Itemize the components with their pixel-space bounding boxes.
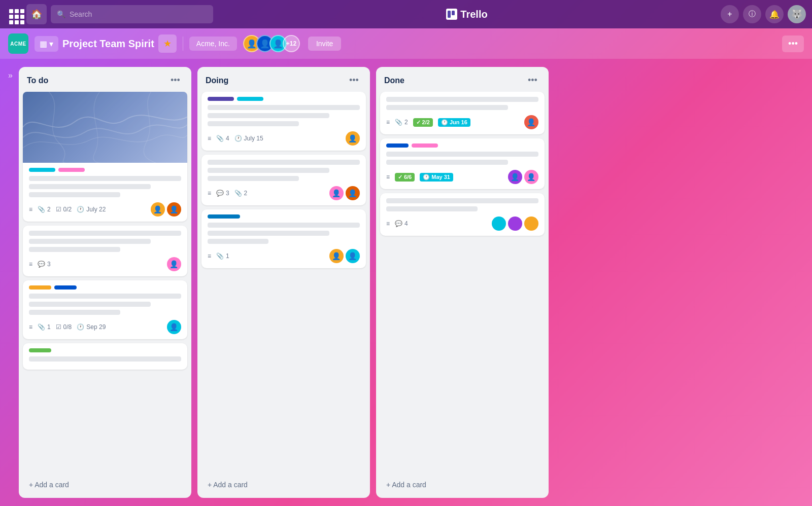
card-line: [29, 176, 181, 181]
search-bar[interactable]: 🔍 Search: [51, 5, 213, 23]
card-avatar: [492, 216, 506, 231]
tag-pink: [58, 168, 85, 172]
tag-pink: [412, 143, 438, 148]
card-todo-2[interactable]: ≡ 💬 3 👤: [23, 226, 187, 276]
card-line: [386, 97, 538, 102]
description-icon: ≡: [208, 190, 211, 197]
star-button[interactable]: ★: [158, 34, 177, 53]
card-avatar: 👤: [508, 170, 522, 184]
board-menu-button[interactable]: ▦ ▾: [35, 36, 58, 52]
column-todo-menu[interactable]: •••: [167, 74, 183, 87]
description-icon: ≡: [386, 119, 390, 126]
board-more-button[interactable]: •••: [782, 35, 804, 52]
checklist-icon: ☑: [56, 323, 61, 331]
workspace-button[interactable]: Acme, Inc.: [189, 37, 237, 51]
info-button[interactable]: ⓘ: [743, 5, 761, 23]
card-done-3-avatars: [492, 216, 538, 231]
add-card-button-done[interactable]: + Add a card: [380, 476, 545, 494]
attachment-number: 4: [226, 135, 229, 142]
attachments-count: 📎 2: [234, 190, 248, 197]
board-menu-icon: ▦: [40, 39, 47, 49]
card-todo-3[interactable]: ≡ 📎 1 ☑ 0/8 🕐 Sep 29 👤: [23, 280, 187, 339]
card-todo-2-meta: ≡ 💬 3 👤: [29, 257, 181, 271]
tag-cyan: [237, 97, 263, 101]
description-icon: ≡: [29, 261, 32, 268]
comment-icon: 💬: [395, 220, 402, 227]
card-todo-2-avatars: 👤: [167, 257, 181, 271]
column-done-body: ≡ 📎 2 ✓ 2/2 🕐 Jun 16 👤: [376, 92, 549, 474]
comments-count: 💬 3: [38, 261, 51, 268]
home-button[interactable]: 🏠: [26, 4, 47, 24]
column-doing-body: ≡ 📎 4 🕐 July 15 👤: [197, 92, 370, 474]
clock-icon: 🕐: [423, 174, 430, 180]
due-date-value: July 22: [86, 206, 106, 213]
comment-icon: 💬: [38, 261, 45, 268]
checklist-value: 0/8: [63, 323, 72, 331]
card-done-2[interactable]: ≡ ✓ 6/6 🕐 May 31 👤 👤: [380, 138, 545, 189]
checklist-icon: ☑: [56, 206, 61, 213]
due-date: 🕐 Sep 29: [77, 323, 106, 331]
card-todo-3-avatars: 👤: [167, 320, 181, 334]
card-avatar: 👤: [167, 320, 181, 334]
card-avatar: [508, 216, 522, 231]
add-card-button-doing[interactable]: + Add a card: [201, 476, 366, 494]
column-todo-title: To do: [27, 76, 48, 85]
add-card-button-todo[interactable]: + Add a card: [23, 476, 187, 494]
description-icon: ≡: [208, 135, 211, 142]
card-done-3[interactable]: ≡ 💬 4: [380, 193, 545, 236]
card-todo-4[interactable]: [23, 343, 187, 370]
card-line: [29, 294, 181, 299]
clock-icon: 🕐: [441, 119, 448, 126]
attachments-count: 📎 1: [216, 252, 229, 260]
member-count[interactable]: +12: [283, 35, 300, 52]
card-doing-2[interactable]: ≡ 💬 3 📎 2 👤 👤: [201, 155, 366, 205]
add-button[interactable]: +: [721, 5, 739, 23]
tag-cyan: [29, 168, 55, 172]
sidebar-toggle[interactable]: »: [8, 67, 13, 498]
description-icon: ≡: [386, 173, 390, 180]
invite-button[interactable]: Invite: [308, 37, 341, 51]
card-line: [386, 152, 538, 157]
card-avatar: 👤: [524, 115, 538, 129]
members-avatars: 👤 👤 👤 +12: [243, 35, 300, 52]
card-todo-3-meta: ≡ 📎 1 ☑ 0/8 🕐 Sep 29 👤: [29, 320, 181, 334]
card-line: [29, 302, 151, 307]
description-icon: ≡: [29, 323, 32, 331]
card-done-1[interactable]: ≡ 📎 2 ✓ 2/2 🕐 Jun 16 👤: [380, 92, 545, 134]
board-area: » To do •••: [0, 59, 812, 506]
divider: [183, 37, 183, 51]
comment-icon: 💬: [216, 190, 224, 197]
card-avatar: 👤: [346, 186, 360, 200]
card-cover: [23, 92, 187, 163]
workspace-logo[interactable]: ACME: [8, 33, 28, 54]
svg-rect-0: [448, 11, 451, 18]
column-doing-menu[interactable]: •••: [346, 74, 362, 87]
card-avatar: 👤: [167, 202, 181, 216]
comments-count: 💬 3: [216, 190, 229, 197]
top-navigation: 🏠 🔍 Search Trello + ⓘ 🔔 🐺: [0, 0, 812, 28]
card-doing-2-meta: ≡ 💬 3 📎 2 👤 👤: [208, 186, 360, 200]
card-doing-1[interactable]: ≡ 📎 4 🕐 July 15 👤: [201, 92, 366, 151]
column-todo-header: To do •••: [19, 67, 191, 92]
attachment-number: 1: [47, 323, 51, 331]
card-done-2-avatars: 👤 👤: [508, 170, 538, 184]
card-todo-1-avatars: 👤 👤: [151, 202, 181, 216]
tag-green: [29, 348, 51, 352]
card-done-1-avatars: 👤: [524, 115, 538, 129]
column-done-menu[interactable]: •••: [525, 74, 540, 87]
card-todo-1[interactable]: ≡ 📎 2 ☑ 0/2 🕐 July 22 👤: [23, 92, 187, 222]
card-line: [29, 239, 151, 244]
clock-icon: 🕐: [77, 323, 84, 331]
apps-menu-button[interactable]: [6, 6, 22, 22]
column-doing-header: Doing •••: [197, 67, 370, 92]
notifications-button[interactable]: 🔔: [765, 5, 784, 23]
board-title-area: ▦ ▾ Project Team Spirit ★: [35, 34, 177, 53]
tag-purple: [208, 97, 234, 101]
column-done-title: Done: [384, 76, 404, 85]
nav-right-actions: + ⓘ 🔔 🐺: [721, 5, 806, 23]
app-title-area: Trello: [217, 9, 717, 20]
card-doing-3[interactable]: ≡ 📎 1 👤 👤: [201, 209, 366, 268]
trello-logo-icon: [446, 9, 457, 20]
attachments-count: 📎 1: [38, 323, 51, 331]
user-avatar[interactable]: 🐺: [788, 5, 806, 23]
